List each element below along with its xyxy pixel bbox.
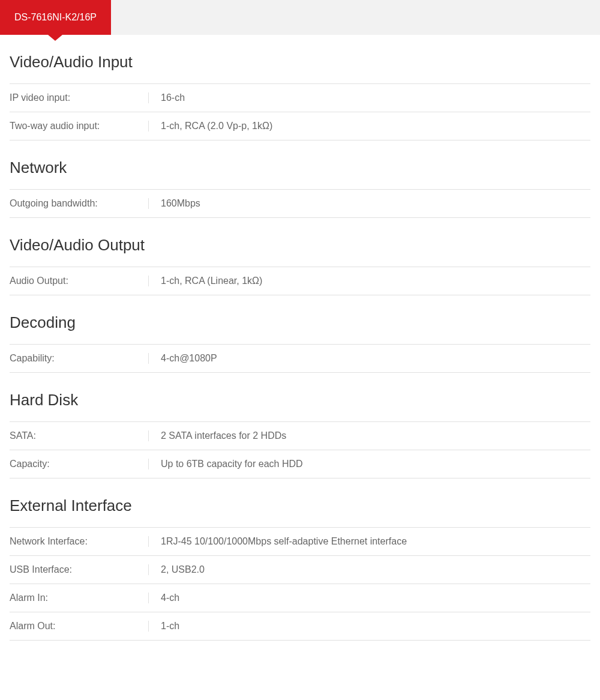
tab-bar: DS-7616NI-K2/16P [0,0,600,35]
spec-value: 2, USB2.0 [149,564,590,575]
spec-label: Network Interface: [10,536,149,547]
section-title-video-audio-output: Video/Audio Output [10,236,590,255]
spec-value: 4-ch [149,593,590,603]
spec-row: Network Interface: 1RJ-45 10/100/1000Mbp… [10,527,590,555]
spec-value: 1-ch, RCA (Linear, 1kΩ) [149,276,590,286]
spec-value: 1-ch [149,621,590,632]
spec-label: Two-way audio input: [10,121,149,131]
spec-label: Capability: [10,353,149,364]
spec-row: Capability: 4-ch@1080P [10,344,590,372]
section-title-hard-disk: Hard Disk [10,391,590,409]
section-group: SATA: 2 SATA interfaces for 2 HDDs Capac… [10,421,590,478]
spec-label: SATA: [10,430,149,441]
spec-label: Alarm In: [10,593,149,603]
spec-row: Outgoing bandwidth: 160Mbps [10,189,590,217]
spec-label: USB Interface: [10,564,149,575]
spec-row: Audio Output: 1-ch, RCA (Linear, 1kΩ) [10,267,590,295]
spec-label: Outgoing bandwidth: [10,198,149,209]
section-group: Audio Output: 1-ch, RCA (Linear, 1kΩ) [10,267,590,295]
spec-label: Capacity: [10,459,149,469]
section-group: Outgoing bandwidth: 160Mbps [10,189,590,218]
section-group: IP video input: 16-ch Two-way audio inpu… [10,83,590,140]
spec-value: 1-ch, RCA (2.0 Vp-p, 1kΩ) [149,121,590,131]
spec-row: SATA: 2 SATA interfaces for 2 HDDs [10,421,590,450]
section-group: Network Interface: 1RJ-45 10/100/1000Mbp… [10,527,590,641]
spec-row: Alarm Out: 1-ch [10,612,590,640]
spec-value: 16-ch [149,92,590,103]
spec-row: IP video input: 16-ch [10,83,590,112]
spec-value: 4-ch@1080P [149,353,590,364]
spec-value: 2 SATA interfaces for 2 HDDs [149,430,590,441]
spec-value: 1RJ-45 10/100/1000Mbps self-adaptive Eth… [149,536,590,547]
spec-row: Capacity: Up to 6TB capacity for each HD… [10,450,590,478]
tab-label: DS-7616NI-K2/16P [14,12,97,23]
spec-value: 160Mbps [149,198,590,209]
tab-model[interactable]: DS-7616NI-K2/16P [0,0,111,35]
section-title-decoding: Decoding [10,313,590,332]
spec-row: Two-way audio input: 1-ch, RCA (2.0 Vp-p… [10,112,590,140]
section-group: Capability: 4-ch@1080P [10,344,590,373]
spec-label: IP video input: [10,92,149,103]
spec-label: Audio Output: [10,276,149,286]
spec-row: Alarm In: 4-ch [10,584,590,612]
spec-label: Alarm Out: [10,621,149,632]
section-title-external-interface: External Interface [10,496,590,515]
section-title-network: Network [10,158,590,177]
spec-content: Video/Audio Input IP video input: 16-ch … [0,35,600,641]
spec-value: Up to 6TB capacity for each HDD [149,459,590,469]
section-title-video-audio-input: Video/Audio Input [10,53,590,71]
spec-row: USB Interface: 2, USB2.0 [10,555,590,584]
